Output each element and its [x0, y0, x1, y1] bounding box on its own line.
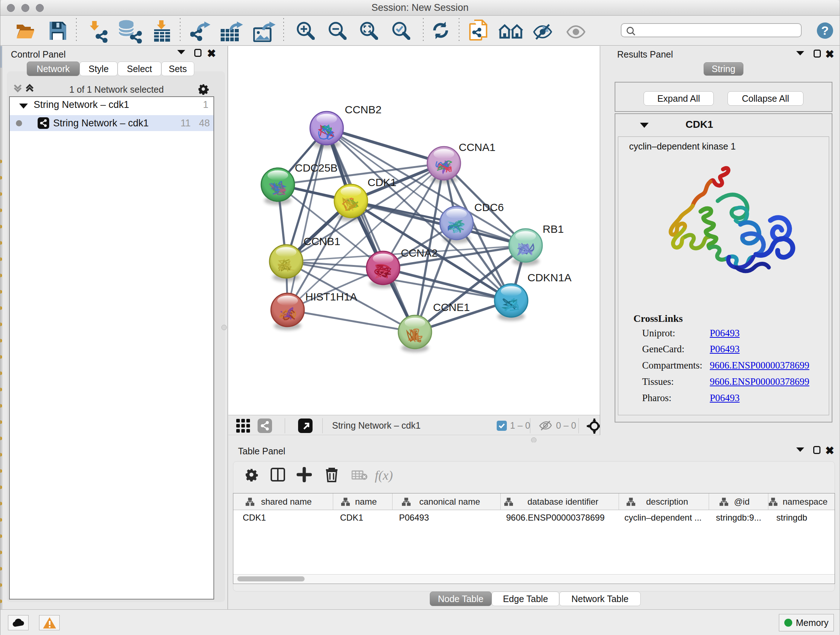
svg-text:CDK1: CDK1: [368, 176, 396, 188]
svg-text:CDKN1A: CDKN1A: [527, 272, 572, 283]
svg-text:HIST1H1A: HIST1H1A: [305, 291, 357, 302]
svg-text:CCNB2: CCNB2: [345, 103, 382, 116]
svg-text:CCNE1: CCNE1: [433, 301, 470, 313]
svg-text:CCNA2: CCNA2: [401, 247, 438, 259]
svg-text:CCNA1: CCNA1: [459, 141, 496, 153]
svg-text:CDC6: CDC6: [474, 201, 504, 213]
svg-text:RB1: RB1: [543, 223, 564, 235]
svg-text:CDC25B: CDC25B: [295, 162, 338, 174]
svg-text:CCNB1: CCNB1: [303, 235, 340, 247]
